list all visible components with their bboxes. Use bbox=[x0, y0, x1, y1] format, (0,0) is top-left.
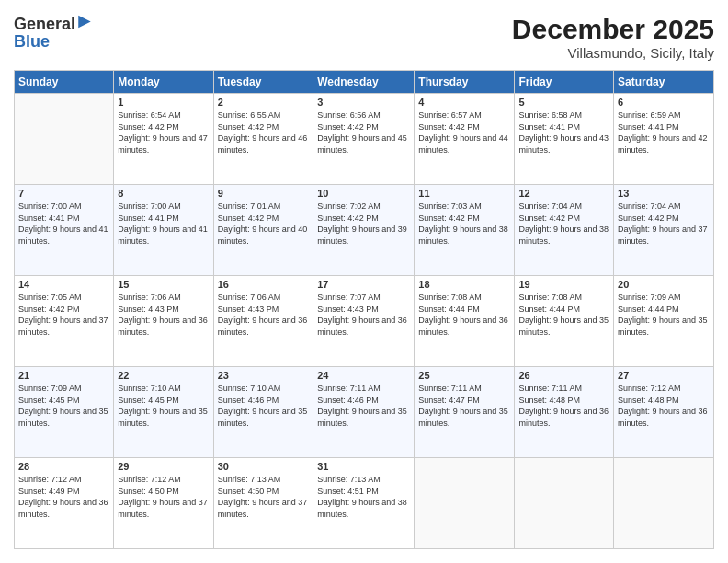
sunrise-text: Sunrise: 7:00 AM bbox=[118, 201, 181, 211]
day-info: Sunrise: 7:12 AM Sunset: 4:50 PM Dayligh… bbox=[118, 474, 209, 520]
daylight-text: Daylight: 9 hours and 40 minutes. bbox=[218, 224, 308, 246]
day-number: 1 bbox=[118, 97, 209, 108]
day-info: Sunrise: 7:06 AM Sunset: 4:43 PM Dayligh… bbox=[118, 292, 209, 338]
sunrise-text: Sunrise: 7:10 AM bbox=[118, 384, 181, 393]
day-info: Sunrise: 7:00 AM Sunset: 4:41 PM Dayligh… bbox=[118, 201, 209, 247]
calendar-row-2: 7 Sunrise: 7:00 AM Sunset: 4:41 PM Dayli… bbox=[15, 185, 714, 276]
day-number: 7 bbox=[18, 188, 109, 199]
daylight-text: Daylight: 9 hours and 46 minutes. bbox=[218, 133, 308, 155]
logo: General Blue bbox=[14, 14, 93, 52]
calendar-row-1: 1 Sunrise: 6:54 AM Sunset: 4:42 PM Dayli… bbox=[15, 94, 714, 185]
day-info: Sunrise: 7:06 AM Sunset: 4:43 PM Dayligh… bbox=[218, 292, 310, 338]
table-row: 8 Sunrise: 7:00 AM Sunset: 4:41 PM Dayli… bbox=[114, 185, 213, 276]
sunrise-text: Sunrise: 6:56 AM bbox=[317, 110, 381, 120]
day-number: 8 bbox=[118, 188, 209, 199]
day-number: 4 bbox=[418, 97, 510, 108]
sunset-text: Sunset: 4:44 PM bbox=[418, 304, 480, 314]
sunset-text: Sunset: 4:42 PM bbox=[418, 122, 480, 132]
sunrise-text: Sunrise: 6:54 AM bbox=[118, 110, 181, 120]
table-row: 4 Sunrise: 6:57 AM Sunset: 4:42 PM Dayli… bbox=[415, 94, 515, 185]
daylight-text: Daylight: 9 hours and 35 minutes. bbox=[418, 407, 508, 428]
day-number: 3 bbox=[317, 97, 410, 108]
table-row: 19 Sunrise: 7:08 AM Sunset: 4:44 PM Dayl… bbox=[515, 276, 614, 367]
table-row: 1 Sunrise: 6:54 AM Sunset: 4:42 PM Dayli… bbox=[114, 94, 213, 185]
table-row: 23 Sunrise: 7:10 AM Sunset: 4:46 PM Dayl… bbox=[213, 367, 313, 458]
day-number: 24 bbox=[317, 370, 410, 381]
day-info: Sunrise: 7:04 AM Sunset: 4:42 PM Dayligh… bbox=[518, 201, 609, 247]
day-number: 17 bbox=[317, 279, 410, 290]
table-row: 18 Sunrise: 7:08 AM Sunset: 4:44 PM Dayl… bbox=[415, 276, 515, 367]
table-row: 10 Sunrise: 7:02 AM Sunset: 4:42 PM Dayl… bbox=[313, 185, 415, 276]
sunrise-text: Sunrise: 7:05 AM bbox=[18, 293, 82, 302]
day-info: Sunrise: 7:09 AM Sunset: 4:44 PM Dayligh… bbox=[618, 292, 710, 338]
day-info: Sunrise: 7:13 AM Sunset: 4:50 PM Dayligh… bbox=[218, 474, 310, 520]
day-number: 9 bbox=[218, 188, 310, 199]
day-info: Sunrise: 7:08 AM Sunset: 4:44 PM Dayligh… bbox=[518, 292, 609, 338]
day-info: Sunrise: 7:11 AM Sunset: 4:46 PM Dayligh… bbox=[317, 383, 410, 429]
sunrise-text: Sunrise: 7:00 AM bbox=[18, 201, 82, 211]
sunset-text: Sunset: 4:42 PM bbox=[418, 213, 480, 223]
sunset-text: Sunset: 4:41 PM bbox=[518, 122, 580, 132]
daylight-text: Daylight: 9 hours and 36 minutes. bbox=[118, 316, 208, 337]
day-number: 15 bbox=[118, 279, 209, 290]
daylight-text: Daylight: 9 hours and 35 minutes. bbox=[18, 407, 108, 428]
day-info: Sunrise: 7:00 AM Sunset: 4:41 PM Dayligh… bbox=[18, 201, 109, 247]
sunrise-text: Sunrise: 7:11 AM bbox=[518, 384, 582, 393]
day-info: Sunrise: 6:56 AM Sunset: 4:42 PM Dayligh… bbox=[317, 109, 410, 155]
sunrise-text: Sunrise: 7:07 AM bbox=[317, 293, 381, 302]
day-number: 14 bbox=[18, 279, 109, 290]
daylight-text: Daylight: 9 hours and 41 minutes. bbox=[118, 224, 208, 246]
calendar-row-4: 21 Sunrise: 7:09 AM Sunset: 4:45 PM Dayl… bbox=[15, 367, 714, 458]
day-info: Sunrise: 6:58 AM Sunset: 4:41 PM Dayligh… bbox=[518, 109, 609, 155]
table-row: 7 Sunrise: 7:00 AM Sunset: 4:41 PM Dayli… bbox=[15, 185, 114, 276]
daylight-text: Daylight: 9 hours and 38 minutes. bbox=[518, 224, 609, 246]
daylight-text: Daylight: 9 hours and 47 minutes. bbox=[118, 133, 208, 155]
table-row: 16 Sunrise: 7:06 AM Sunset: 4:43 PM Dayl… bbox=[213, 276, 313, 367]
day-info: Sunrise: 7:03 AM Sunset: 4:42 PM Dayligh… bbox=[418, 201, 510, 247]
sunset-text: Sunset: 4:48 PM bbox=[518, 396, 580, 405]
daylight-text: Daylight: 9 hours and 38 minutes. bbox=[317, 498, 407, 519]
sunset-text: Sunset: 4:44 PM bbox=[618, 304, 679, 314]
day-info: Sunrise: 7:05 AM Sunset: 4:42 PM Dayligh… bbox=[18, 292, 109, 338]
title-block: December 2025 Villasmundo, Sicily, Italy bbox=[512, 14, 714, 61]
day-number: 11 bbox=[418, 188, 510, 199]
sunset-text: Sunset: 4:51 PM bbox=[317, 487, 379, 496]
sunset-text: Sunset: 4:41 PM bbox=[18, 213, 80, 223]
table-row: 27 Sunrise: 7:12 AM Sunset: 4:48 PM Dayl… bbox=[614, 367, 714, 458]
table-row: 24 Sunrise: 7:11 AM Sunset: 4:46 PM Dayl… bbox=[313, 367, 415, 458]
col-tuesday: Tuesday bbox=[213, 71, 313, 94]
daylight-text: Daylight: 9 hours and 38 minutes. bbox=[418, 224, 508, 246]
daylight-text: Daylight: 9 hours and 35 minutes. bbox=[518, 316, 609, 337]
sunset-text: Sunset: 4:43 PM bbox=[218, 304, 279, 314]
daylight-text: Daylight: 9 hours and 36 minutes. bbox=[618, 407, 708, 428]
sunset-text: Sunset: 4:45 PM bbox=[118, 396, 179, 405]
sunrise-text: Sunrise: 7:08 AM bbox=[518, 293, 582, 302]
day-number: 20 bbox=[618, 279, 710, 290]
table-row: 13 Sunrise: 7:04 AM Sunset: 4:42 PM Dayl… bbox=[614, 185, 714, 276]
table-row: 14 Sunrise: 7:05 AM Sunset: 4:42 PM Dayl… bbox=[15, 276, 114, 367]
sunrise-text: Sunrise: 7:04 AM bbox=[618, 201, 681, 211]
sunset-text: Sunset: 4:50 PM bbox=[118, 487, 179, 496]
logo-general: General bbox=[14, 15, 75, 34]
day-info: Sunrise: 7:11 AM Sunset: 4:47 PM Dayligh… bbox=[418, 383, 510, 429]
table-row bbox=[415, 458, 515, 549]
daylight-text: Daylight: 9 hours and 37 minutes. bbox=[118, 498, 208, 519]
sunset-text: Sunset: 4:50 PM bbox=[218, 487, 279, 496]
calendar-row-3: 14 Sunrise: 7:05 AM Sunset: 4:42 PM Dayl… bbox=[15, 276, 714, 367]
sunset-text: Sunset: 4:42 PM bbox=[618, 213, 679, 223]
sunset-text: Sunset: 4:42 PM bbox=[218, 213, 279, 223]
sunset-text: Sunset: 4:45 PM bbox=[18, 396, 80, 405]
day-number: 2 bbox=[218, 97, 310, 108]
table-row: 5 Sunrise: 6:58 AM Sunset: 4:41 PM Dayli… bbox=[515, 94, 614, 185]
daylight-text: Daylight: 9 hours and 45 minutes. bbox=[317, 133, 407, 155]
sunrise-text: Sunrise: 7:09 AM bbox=[618, 293, 681, 302]
day-number: 13 bbox=[618, 188, 710, 199]
day-number: 10 bbox=[317, 188, 410, 199]
daylight-text: Daylight: 9 hours and 36 minutes. bbox=[518, 407, 609, 428]
col-thursday: Thursday bbox=[415, 71, 515, 94]
table-row bbox=[15, 94, 114, 185]
day-number: 23 bbox=[218, 370, 310, 381]
day-info: Sunrise: 6:57 AM Sunset: 4:42 PM Dayligh… bbox=[418, 109, 510, 155]
sunset-text: Sunset: 4:42 PM bbox=[218, 122, 279, 132]
day-number: 18 bbox=[418, 279, 510, 290]
